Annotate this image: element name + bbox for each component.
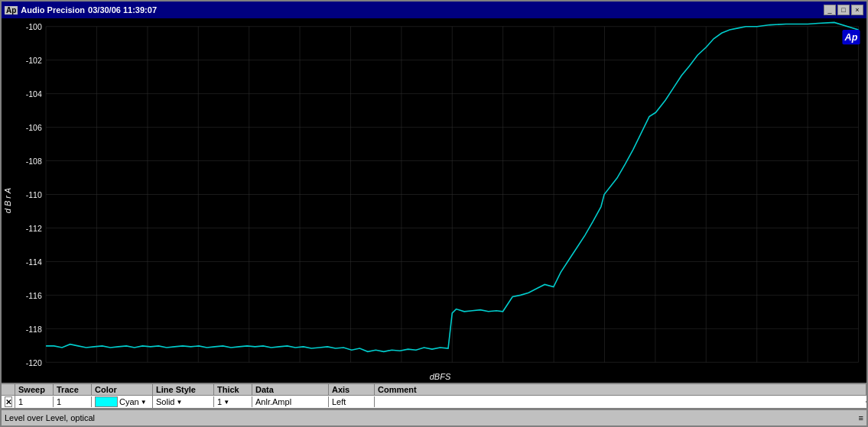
svg-text:-110: -110 — [26, 190, 42, 199]
row-color-cell[interactable]: Cyan ▼ — [92, 396, 153, 408]
svg-text:-114: -114 — [26, 257, 42, 267]
chart-svg: -100 -102 -104 -106 -108 -110 -112 -114 … — [14, 18, 866, 370]
header-color: Color — [92, 384, 153, 395]
row-trace: 1 — [54, 396, 92, 407]
svg-text:Ap: Ap — [844, 31, 858, 43]
main-window: Ap Audio Precision 03/30/06 11:39:07 _ □… — [0, 0, 868, 427]
app-title: Audio Precision — [21, 5, 85, 15]
chart-inner: -100 -102 -104 -106 -108 -110 -112 -114 … — [14, 18, 866, 383]
chart-area: d B r A — [2, 18, 866, 383]
title-bar: Ap Audio Precision 03/30/06 11:39:07 _ □… — [2, 2, 866, 18]
title-bar-buttons: _ □ × — [824, 5, 863, 15]
svg-text:-108: -108 — [26, 157, 42, 166]
row-thick-label: 1 — [217, 397, 222, 406]
row-sweep: 1 — [15, 396, 54, 407]
status-bar: Level over Level, optical ≡ — [2, 409, 866, 425]
close-button[interactable]: × — [851, 5, 863, 15]
row-checkbox-cell[interactable]: ✕ — [2, 396, 15, 408]
thick-dropdown-arrow[interactable]: ▼ — [223, 399, 229, 406]
y-axis-label: d B r A — [3, 188, 12, 213]
row-linestyle-cell[interactable]: Solid ▼ — [153, 396, 214, 407]
svg-text:-104: -104 — [26, 89, 42, 99]
check-mark: ✕ — [5, 398, 11, 406]
row-data: Anlr.Ampl — [252, 396, 329, 407]
svg-text:-106: -106 — [26, 123, 42, 132]
svg-text:-118: -118 — [26, 325, 42, 334]
color-swatch — [95, 396, 118, 407]
chart-plot: -100 -102 -104 -106 -108 -110 -112 -114 … — [14, 18, 866, 370]
status-icon: ≡ — [859, 413, 863, 422]
row-thick-cell[interactable]: 1 ▼ — [214, 396, 252, 407]
header-trace: Trace — [54, 384, 92, 395]
app-datetime: 03/30/06 11:39:07 — [88, 5, 157, 15]
bottom-panel: Sweep Trace Color Line Style Thick Data … — [2, 383, 866, 409]
color-dropdown-arrow[interactable]: ▼ — [141, 399, 147, 406]
row-linestyle-label: Solid — [156, 397, 174, 406]
row-axis: Left — [329, 396, 375, 407]
y-axis-label-container: d B r A — [2, 18, 14, 383]
header-data: Data — [252, 384, 329, 395]
svg-text:-112: -112 — [26, 224, 42, 233]
header-checkbox — [2, 384, 15, 395]
row-color-label: Cyan — [119, 397, 139, 406]
app-icon: Ap — [5, 6, 18, 15]
table-header: Sweep Trace Color Line Style Thick Data … — [2, 384, 866, 396]
svg-text:-120: -120 — [26, 357, 42, 367]
linestyle-dropdown-arrow[interactable]: ▼ — [176, 399, 182, 406]
header-comment: Comment — [375, 384, 866, 395]
maximize-button[interactable]: □ — [837, 5, 850, 15]
table-row: ✕ 1 1 Cyan ▼ Solid ▼ 1 ▼ Anlr.Ampl Left — [2, 396, 866, 409]
svg-text:-102: -102 — [26, 56, 42, 65]
svg-text:-116: -116 — [26, 291, 42, 300]
header-thick: Thick — [214, 384, 252, 395]
row-comment — [375, 401, 866, 403]
row-checkbox[interactable]: ✕ — [5, 396, 12, 407]
header-sweep: Sweep — [15, 384, 54, 395]
status-text: Level over Level, optical — [5, 413, 95, 422]
svg-text:-100: -100 — [26, 22, 42, 31]
x-axis-label: dBFS — [14, 370, 866, 383]
title-bar-left: Ap Audio Precision 03/30/06 11:39:07 — [5, 5, 157, 15]
minimize-button[interactable]: _ — [824, 5, 836, 15]
header-linestyle: Line Style — [153, 384, 214, 395]
header-axis: Axis — [329, 384, 375, 395]
